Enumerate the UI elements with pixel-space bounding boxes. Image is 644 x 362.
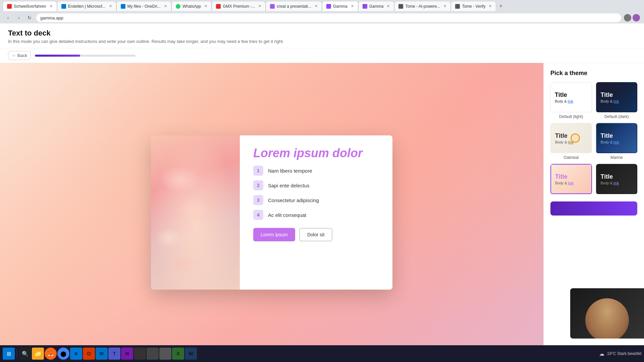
taskbar-app10[interactable] — [147, 348, 159, 360]
theme-label-oatmeal: Oatmeal — [550, 155, 592, 160]
theme-panel-title: Pick a theme — [550, 70, 637, 77]
back-icon: ← — [12, 53, 16, 58]
back-nav-button[interactable]: ‹ — [4, 14, 12, 22]
theme-link-marine: link — [613, 140, 619, 144]
tab-close-icon[interactable]: ✕ — [258, 4, 261, 8]
tab-favicon — [121, 4, 125, 9]
taskbar-chrome-icon[interactable]: ⬤ — [57, 348, 69, 360]
slide-item-3: 3 Consectetur adipiscing — [253, 195, 379, 205]
taskbar-app9[interactable] — [134, 348, 146, 360]
slide-item-4: 4 Ac elit consequat — [253, 210, 379, 220]
tab-gamma2[interactable]: Gamma ✕ — [358, 1, 394, 11]
tab-bar: Schweißverfahren ✕ Erstellen | Microsof.… — [0, 0, 644, 12]
tab-gamma-active[interactable]: Gamma ✕ — [322, 1, 358, 11]
slide-secondary-button[interactable]: Dolor sit — [299, 228, 332, 241]
theme-preview-marine: Title Body & link — [596, 123, 638, 153]
tab-label: My files - OneDri... — [127, 4, 161, 9]
slide-item-num-4: 4 — [253, 210, 263, 220]
tab-label: Tome - AI-powere... — [405, 4, 440, 9]
slide-image-gradient — [151, 135, 240, 290]
theme-card-warm[interactable]: Title Body & link — [550, 164, 592, 196]
tab-close-icon[interactable]: ✕ — [109, 4, 112, 8]
profile-icon[interactable] — [633, 14, 640, 21]
tab-tome[interactable]: Tome - AI-powere... ✕ — [394, 1, 451, 11]
tab-favicon — [398, 4, 403, 9]
video-pip-content — [570, 288, 644, 339]
theme-body-default-light: Body & link — [555, 99, 588, 103]
progress-bar-fill — [35, 55, 80, 57]
slide-image — [151, 135, 240, 290]
theme-label-default-dark: Default (dark) — [596, 114, 638, 119]
tab-close-icon[interactable]: ✕ — [204, 4, 207, 8]
slide-primary-button[interactable]: Lorem ipsum — [253, 228, 295, 241]
taskbar-firefox-icon[interactable]: 🦊 — [45, 348, 57, 360]
tab-label: GMX Premium -... — [223, 4, 255, 9]
tab-tome-verify[interactable]: Tome - Verify ✕ — [451, 1, 496, 11]
theme-card-marine[interactable]: Title Body & link Marine — [596, 123, 638, 160]
back-button[interactable]: ← Back — [8, 51, 31, 60]
tab-favicon — [7, 4, 12, 9]
taskbar-mail-icon[interactable]: ✉ — [96, 348, 108, 360]
tab-schweissverfahren[interactable]: Schweißverfahren ✕ — [3, 1, 57, 11]
tab-close-icon[interactable]: ✕ — [489, 4, 492, 8]
tab-erstellen[interactable]: Erstellen | Microsof... ✕ — [57, 1, 116, 11]
theme-card-dark2[interactable]: Title Body & link — [596, 164, 638, 196]
slide-title: Lorem ipsum dolor — [253, 146, 379, 160]
taskbar-app12[interactable]: X — [172, 348, 184, 360]
taskbar-start-button[interactable]: ⊞ — [3, 348, 15, 360]
browser-chrome: Schweißverfahren ✕ Erstellen | Microsof.… — [0, 0, 644, 23]
tab-gmx[interactable]: GMX Premium -... ✕ — [212, 1, 266, 11]
tab-favicon — [455, 4, 460, 9]
theme-preview-dark2: Title Body & link — [596, 164, 638, 194]
theme-title-warm: Title — [555, 173, 587, 180]
tab-close-icon[interactable]: ✕ — [387, 4, 390, 8]
video-person — [585, 298, 629, 339]
theme-card-oatmeal[interactable]: Title Body & link Oatmeal — [550, 123, 592, 160]
taskbar-teams-icon[interactable]: T — [108, 348, 120, 360]
theme-preview-warm: Title Body & link — [550, 164, 592, 194]
taskbar-files-icon[interactable]: 📁 — [32, 348, 44, 360]
taskbar-office-icon[interactable]: O — [83, 348, 95, 360]
tab-favicon — [216, 4, 221, 9]
back-label: Back — [17, 53, 27, 58]
app-content: Text to deck In this mode you can give d… — [0, 23, 644, 362]
theme-title-default-light: Title — [555, 92, 588, 99]
tab-onedrive[interactable]: My files - OneDri... ✕ — [116, 1, 171, 11]
address-input[interactable]: gamma.app — [36, 13, 621, 22]
theme-cta-button[interactable] — [550, 201, 637, 216]
forward-nav-button[interactable]: › — [15, 14, 23, 22]
theme-body-default-dark: Body & link — [601, 99, 633, 103]
slide-content: Lorem ipsum dolor 1 Nam libero tempore 2… — [240, 135, 392, 290]
tab-close-icon[interactable]: ✕ — [315, 4, 318, 8]
tab-close-icon[interactable]: ✕ — [443, 4, 446, 8]
tab-close-icon[interactable]: ✕ — [50, 4, 53, 8]
extensions-icon[interactable] — [624, 14, 631, 21]
theme-title-marine: Title — [601, 132, 633, 139]
tab-favicon — [363, 4, 367, 9]
theme-link-default-dark: link — [613, 99, 619, 103]
taskbar-app13[interactable]: W — [185, 348, 197, 360]
theme-title-dark2: Title — [601, 173, 633, 180]
tab-whatsapp[interactable]: WhatsApp ✕ — [171, 1, 212, 11]
theme-body-warm: Body & link — [555, 181, 587, 185]
tab-label: Erstellen | Microsof... — [68, 4, 106, 9]
theme-label-default-light: Default (light) — [550, 114, 592, 119]
progress-bar — [35, 55, 136, 57]
theme-grid: Title Body & link Default (light) Title … — [550, 82, 637, 196]
theme-card-default-light[interactable]: Title Body & link Default (light) — [550, 82, 592, 119]
address-bar: ‹ › ↻ gamma.app — [0, 12, 644, 23]
taskbar-onenote-icon[interactable]: N — [121, 348, 133, 360]
theme-card-default-dark[interactable]: Title Body & link Default (dark) — [596, 82, 638, 119]
page-title: Text to deck — [8, 29, 636, 38]
reload-button[interactable]: ↻ — [25, 14, 34, 22]
tab-close-icon[interactable]: ✕ — [351, 4, 354, 8]
page-subtitle: In this mode you can give detailed instr… — [8, 39, 636, 44]
tab-presentation[interactable]: creat a presentati... ✕ — [266, 1, 322, 11]
taskbar-app11[interactable] — [159, 348, 171, 360]
cursor-indicator — [571, 133, 580, 143]
tab-close-icon[interactable]: ✕ — [164, 4, 167, 8]
new-tab-button[interactable]: + — [496, 1, 505, 11]
taskbar-search-button[interactable]: 🔍 — [19, 348, 31, 360]
slide-items: 1 Nam libero tempore 2 Sapi ente delectu… — [253, 166, 379, 220]
taskbar-edge-icon[interactable]: e — [70, 348, 82, 360]
